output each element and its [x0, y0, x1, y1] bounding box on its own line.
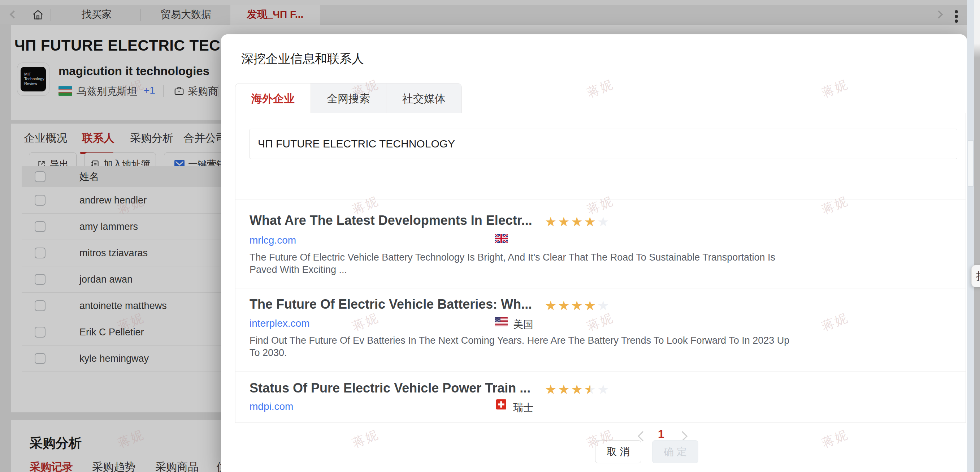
us-flag-icon [495, 317, 508, 326]
deep-dig-modal: 深挖企业信息和联系人 海外企业 全网搜索 社交媒体 What Are The L… [221, 34, 967, 472]
star-icon: ★ [558, 383, 570, 397]
star-icon: ★ [571, 215, 583, 229]
modal-tab-bar: 海外企业 全网搜索 社交媒体 [235, 83, 462, 113]
rating-stars: ★★★★★ [545, 383, 609, 397]
result-title[interactable]: The Future Of Electric Vehicle Batteries… [250, 297, 532, 312]
star-icon: ★ [571, 383, 583, 397]
screen-right-strip [974, 0, 980, 472]
tab-overseas-companies[interactable]: 海外企业 [235, 83, 310, 113]
divider [235, 288, 966, 289]
star-icon: ★ [597, 383, 609, 397]
confirm-button[interactable]: 确 定 [652, 440, 698, 463]
company-search-input[interactable] [250, 129, 957, 159]
star-icon: ★ [545, 298, 557, 313]
cancel-button[interactable]: 取 消 [595, 440, 641, 463]
result-domain-link[interactable]: mdpi.com [250, 401, 293, 412]
star-icon: ★ [584, 383, 596, 397]
star-icon: ★ [597, 215, 609, 229]
rating-stars: ★★★★★ [545, 298, 609, 313]
result-description: The Future Of Electric Vehicle Battery T… [250, 251, 791, 276]
result-country: 瑞士 [513, 401, 533, 415]
result-title[interactable]: Status Of Pure Electric Vehicle Power Tr… [250, 381, 530, 396]
star-icon: ★ [558, 215, 570, 229]
star-icon: ★ [584, 298, 596, 313]
pagination-page-1[interactable]: 1 [658, 427, 664, 441]
page-scrollbar-track[interactable] [967, 0, 974, 472]
divider [235, 371, 966, 372]
screen: 找买家 贸易大数据 发现_ЧП F... ЧП FUTURE ELECTRIC … [0, 0, 980, 472]
floating-side-widget[interactable]: 挂 [971, 265, 980, 287]
result-country: 美国 [513, 318, 533, 332]
star-icon: ★ [571, 298, 583, 313]
page-scrollbar-thumb[interactable] [968, 140, 974, 187]
uk-flag-icon [495, 234, 508, 243]
result-domain-link[interactable]: interplex.com [250, 318, 310, 329]
tab-web-search[interactable]: 全网搜索 [310, 83, 386, 113]
star-icon: ★ [584, 215, 596, 229]
divider [235, 199, 966, 199]
star-icon: ★ [545, 215, 557, 229]
star-icon: ★ [558, 298, 570, 313]
modal-title: 深挖企业信息和联系人 [241, 51, 364, 67]
modal-content-panel: What Are The Latest Developments In Elec… [235, 113, 966, 423]
pagination-next-icon[interactable] [678, 431, 687, 441]
pagination-prev-icon[interactable] [638, 431, 648, 441]
tab-social-media[interactable]: 社交媒体 [386, 83, 462, 113]
result-description: Find Out The Future Of Ev Batteries In T… [250, 334, 791, 359]
result-title[interactable]: What Are The Latest Developments In Elec… [250, 213, 532, 228]
rating-stars: ★★★★★ [545, 215, 609, 229]
star-icon: ★ [545, 383, 557, 397]
switzerland-flag-icon [496, 399, 506, 410]
star-icon: ★ [597, 298, 609, 313]
result-domain-link[interactable]: mrlcg.com [250, 234, 296, 246]
side-widget-label: 挂 [976, 269, 980, 284]
